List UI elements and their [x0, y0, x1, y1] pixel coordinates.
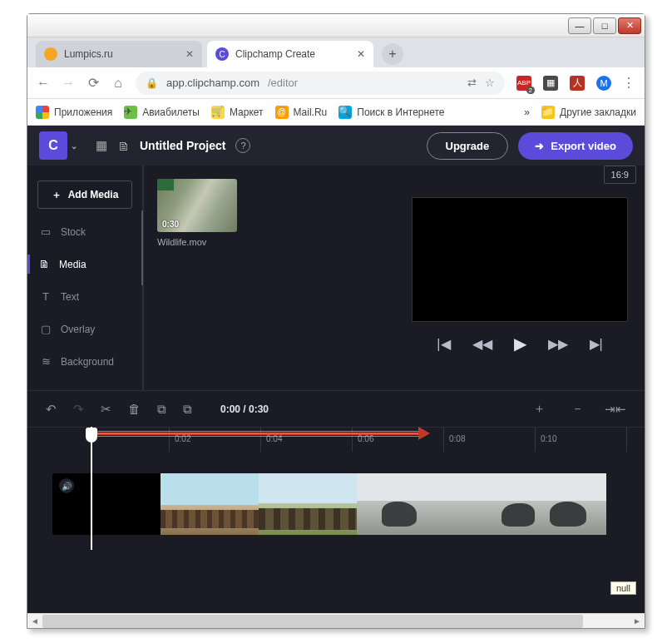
reload-button[interactable]: ⟳ [86, 75, 101, 91]
media-icon: 🗎 [37, 258, 51, 270]
copy-button[interactable]: ⧉ [157, 402, 166, 417]
upgrade-button[interactable]: Upgrade [427, 132, 509, 160]
playhead-line[interactable] [91, 427, 92, 550]
scrollbar-thumb[interactable] [42, 615, 583, 628]
home-button[interactable]: ⌂ [111, 76, 126, 91]
preview-panel: 16:9 |◀ ◀◀ ▶ ▶▶ ▶| [395, 166, 645, 390]
tab-close-icon[interactable]: ✕ [185, 48, 194, 60]
tab-clipchamp[interactable]: C Clipchamp Create ✕ [207, 41, 373, 67]
sidebar-item-overlay[interactable]: ▢Overlay [37, 319, 132, 339]
bookmark-item[interactable]: ✈Авиабилеты [124, 106, 200, 119]
tab-title: Lumpics.ru [64, 48, 113, 60]
video-icon[interactable]: ▦ [96, 138, 107, 153]
browser-tabs: Lumpics.ru ✕ C Clipchamp Create ✕ + [27, 37, 645, 67]
track-segment[interactable]: 🔊 [52, 473, 161, 535]
timeline-ruler[interactable]: 0:02 0:04 0:06 0:08 0:10 [27, 427, 645, 452]
sidebar-item-background[interactable]: ≋Background [37, 352, 132, 371]
duplicate-button[interactable]: ⧉ [183, 402, 192, 417]
bookmark-item[interactable]: @Mail.Ru [275, 106, 328, 119]
zoom-fit-button[interactable]: ⇥⇤ [605, 402, 626, 417]
timeline-tracks[interactable]: 🔊 [27, 452, 645, 550]
window-titlebar: — □ ✕ [27, 14, 645, 37]
undo-button[interactable]: ↶ [46, 402, 57, 417]
sidebar-item-stock[interactable]: ▭Stock [37, 222, 132, 241]
zoom-in-button[interactable]: ＋ [528, 401, 550, 417]
delete-button[interactable]: 🗑 [128, 402, 141, 416]
tab-title: Clipchamp Create [235, 48, 315, 60]
tab-close-icon[interactable]: ✕ [357, 48, 365, 60]
ruler-tick: 0:10 [535, 428, 556, 452]
media-panel: 0:30 Wildlife.mov [144, 166, 395, 390]
cut-button[interactable]: ✂ [101, 402, 111, 417]
file-icon[interactable]: 🗎 [117, 139, 130, 153]
forward-button[interactable]: ▶▶ [548, 336, 568, 352]
help-button[interactable]: ? [235, 138, 250, 153]
extension-icon[interactable]: ▦ [543, 76, 558, 91]
aspect-ratio-button[interactable]: 16:9 [604, 166, 636, 184]
video-track[interactable]: 🔊 [52, 473, 645, 535]
bookmarks-bar: Приложения ✈Авиабилеты 🛒Маркет @Mail.Ru … [27, 99, 645, 126]
plus-icon: ＋ [52, 188, 62, 202]
skip-end-button[interactable]: ▶| [590, 336, 603, 352]
pdf-extension-icon[interactable]: 人 [570, 76, 585, 91]
bookmark-item[interactable]: 🛒Маркет [211, 106, 264, 119]
export-button[interactable]: ➜Export video [518, 132, 633, 160]
bookmark-item[interactable]: 🔍Поиск в Интернете [338, 106, 444, 119]
sidebar-item-text[interactable]: TText [37, 287, 132, 306]
annotation-arrow [96, 433, 420, 435]
project-title[interactable]: Untitled Project [140, 139, 225, 152]
other-bookmarks[interactable]: 📁Другие закладки [541, 106, 636, 119]
track-segment[interactable] [357, 473, 482, 535]
track-segment[interactable] [259, 473, 357, 535]
app-logo[interactable]: C [39, 131, 67, 160]
scroll-left-button[interactable]: ◄ [27, 614, 42, 629]
play-button[interactable]: ▶ [514, 334, 526, 354]
clipchamp-app: C ▦ 🗎 Untitled Project ? Upgrade ➜Export… [27, 126, 645, 613]
background-icon: ≋ [39, 355, 52, 368]
zoom-out-button[interactable]: － [566, 401, 588, 417]
redo-button[interactable]: ↷ [73, 402, 84, 417]
tab-lumpics[interactable]: Lumpics.ru ✕ [36, 41, 202, 67]
apps-shortcut[interactable]: Приложения [36, 106, 112, 119]
skip-start-button[interactable]: |◀ [437, 336, 450, 352]
arrow-right-icon: ➜ [535, 140, 544, 152]
add-media-button[interactable]: ＋Add Media [37, 181, 132, 209]
sidebar: ＋Add Media ▭Stock 🗎Media TText ▢Overlay … [27, 166, 144, 390]
sidebar-item-media[interactable]: 🗎Media [27, 255, 132, 274]
url-input[interactable]: 🔒 app.clipchamp.com/editor ⇄ ☆ [136, 72, 505, 95]
bookmarks-overflow[interactable]: » [524, 106, 530, 118]
app-header: C ▦ 🗎 Untitled Project ? Upgrade ➜Export… [27, 126, 645, 166]
track-segment[interactable] [161, 473, 259, 535]
star-icon[interactable]: ☆ [485, 77, 495, 89]
clip-thumbnail: 0:30 [157, 179, 237, 232]
back-button[interactable]: ← [36, 76, 51, 91]
timeline-time: 0:00 / 0:30 [220, 403, 269, 415]
clip-filename: Wildlife.mov [157, 237, 237, 247]
abp-extension-icon[interactable]: ABP2 [516, 76, 531, 91]
profile-avatar[interactable]: M [596, 76, 611, 91]
playhead-handle[interactable] [86, 428, 97, 443]
window-close[interactable]: ✕ [618, 17, 641, 34]
menu-button[interactable]: ⋮ [621, 75, 636, 91]
window-maximize[interactable]: □ [593, 17, 616, 34]
window-minimize[interactable]: — [568, 17, 591, 34]
track-segment[interactable] [482, 473, 606, 535]
rewind-button[interactable]: ◀◀ [472, 336, 492, 352]
scroll-right-button[interactable]: ► [630, 614, 645, 629]
media-clip[interactable]: 0:30 Wildlife.mov [157, 179, 237, 247]
favicon: C [215, 47, 229, 61]
preview-canvas[interactable] [412, 197, 628, 322]
url-host: app.clipchamp.com [166, 77, 259, 89]
translate-icon[interactable]: ⇄ [467, 77, 477, 89]
new-tab-button[interactable]: + [382, 43, 403, 65]
text-icon: T [39, 290, 52, 303]
playback-controls: |◀ ◀◀ ▶ ▶▶ ▶| [395, 334, 645, 354]
lock-icon: 🔒 [146, 77, 158, 89]
ruler-tick: 0:08 [443, 428, 465, 452]
clip-duration: 0:30 [162, 220, 179, 229]
forward-button[interactable]: → [61, 76, 76, 91]
speaker-icon[interactable]: 🔊 [59, 478, 74, 493]
timeline-toolbar: ↶ ↷ ✂ 🗑 ⧉ ⧉ 0:00 / 0:30 ＋ － ⇥⇤ [27, 390, 645, 427]
ruler-tick [626, 428, 632, 452]
horizontal-scrollbar[interactable]: ◄ ► [27, 613, 645, 628]
